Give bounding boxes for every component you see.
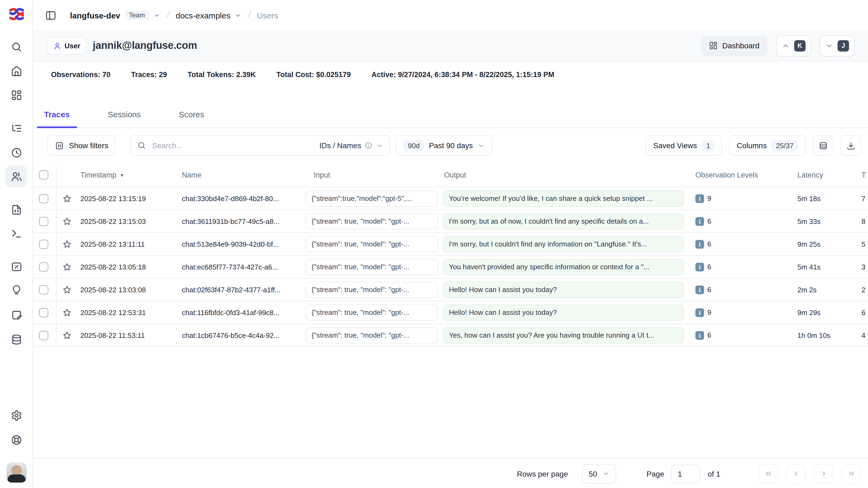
trace-name[interactable]: chat:1cb67476-b5ce-4c4a-92... (182, 331, 280, 339)
table-row[interactable]: 2025-08-22 11:53:11 chat:1cb67476-b5ce-4… (33, 324, 868, 347)
sidebar-item-prompts[interactable] (5, 199, 27, 220)
sidebar-item-tracing[interactable] (5, 117, 27, 139)
chevron-down-icon[interactable] (153, 12, 160, 19)
trace-output[interactable]: Hello! How can I assist you today? (443, 281, 684, 298)
search-scope-dropdown[interactable]: IDs / Names (319, 141, 383, 150)
table-row[interactable]: 2025-08-22 13:05:18 chat:ec685f77-7374-4… (33, 256, 868, 278)
chevron-down-icon (825, 41, 833, 50)
trace-output[interactable]: You haven't provided any specific inform… (443, 258, 684, 275)
column-header-output[interactable]: Output (444, 171, 466, 179)
trace-input[interactable]: {"stream": true, "model": "gpt-... (306, 213, 438, 230)
table-row[interactable]: 2025-08-22 13:03:08 chat:02f63f47-87b2-4… (33, 278, 868, 301)
show-filters-button[interactable]: Show filters (47, 135, 116, 156)
column-header-tokens-clipped[interactable]: T (862, 171, 866, 179)
trace-output[interactable]: Hello! How can I assist you today? (443, 304, 684, 321)
prev-user-button[interactable]: K (776, 35, 811, 56)
columns-button[interactable]: Columns 25/37 (729, 135, 806, 156)
star-icon[interactable] (62, 262, 72, 271)
trace-output[interactable]: I'm sorry, but as of now, I couldn't fin… (443, 213, 684, 230)
previous-page-button[interactable] (786, 464, 806, 483)
sidebar-item-datasets[interactable] (5, 328, 27, 350)
row-checkbox[interactable] (39, 285, 48, 294)
trace-name[interactable]: chat:3611931b-bc77-49c5-a8... (182, 217, 279, 225)
trace-input[interactable]: {"stream": true, "model": "gpt-... (306, 281, 438, 298)
column-header-input[interactable]: Input (314, 171, 330, 179)
sidebar-item-settings[interactable] (5, 404, 27, 426)
select-all-checkbox[interactable] (39, 170, 48, 179)
star-icon[interactable] (62, 308, 72, 317)
trace-input[interactable]: {"stream": true, "model": "gpt-... (306, 258, 438, 275)
sidebar-item-support[interactable] (5, 429, 27, 451)
sidebar-item-users[interactable] (5, 165, 27, 187)
rows-per-page-select[interactable]: 50 (582, 464, 616, 483)
row-checkbox[interactable] (39, 217, 48, 226)
saved-views-button[interactable]: Saved Views 1 (646, 135, 722, 156)
sidebar-item-dashboards[interactable] (5, 84, 27, 106)
user-avatar[interactable] (6, 462, 27, 483)
star-icon[interactable] (62, 331, 72, 340)
chevrons-left-icon (764, 469, 772, 478)
star-icon[interactable] (62, 194, 72, 203)
trace-output[interactable]: You’re welcome! If you’d like, I can sha… (443, 190, 684, 207)
next-user-button[interactable]: J (820, 35, 855, 56)
trace-name[interactable]: chat:330bd4e7-d869-4b2f-80... (182, 194, 279, 203)
sidebar-item-insights[interactable] (5, 279, 27, 301)
langfuse-logo-icon[interactable] (9, 8, 24, 21)
star-icon[interactable] (62, 285, 72, 294)
sidebar-toggle-icon[interactable] (41, 6, 60, 24)
trace-input[interactable]: {"stream": true, "model": "gpt-... (306, 327, 438, 343)
keyboard-shortcut-j: J (838, 40, 849, 51)
column-header-latency[interactable]: Latency (798, 171, 823, 179)
trace-input[interactable]: {"stream": true, "model": "gpt-... (306, 304, 438, 321)
sidebar-item-sessions[interactable] (5, 142, 27, 163)
trace-input[interactable]: {"stream":true,"model":"gpt-5",... (306, 190, 438, 207)
trace-tokens-clipped: 5 (862, 240, 865, 248)
row-checkbox[interactable] (39, 239, 48, 249)
search-box[interactable]: IDs / Names (130, 135, 391, 156)
breadcrumb-project[interactable]: docs-examples (176, 10, 230, 20)
sidebar-item-home[interactable] (5, 60, 27, 82)
last-page-button[interactable] (841, 464, 861, 483)
entity-type-pill: User (47, 37, 86, 54)
column-header-timestamp[interactable]: Timestamp▼ (80, 171, 124, 179)
row-checkbox[interactable] (39, 262, 48, 271)
sidebar-item-playground[interactable] (5, 222, 27, 244)
sort-desc-icon: ▼ (120, 172, 125, 178)
table-row[interactable]: 2025-08-22 13:15:03 chat:3611931b-bc77-4… (33, 210, 868, 233)
table-row[interactable]: 2025-08-22 13:11:11 chat:513e84e9-9039-4… (33, 233, 868, 256)
row-checkbox[interactable] (39, 194, 48, 203)
export-button[interactable] (840, 135, 861, 156)
column-header-name[interactable]: Name (182, 171, 202, 179)
sidebar-item-search[interactable] (5, 36, 27, 58)
trace-name[interactable]: chat:116fbfdc-0fd3-41af-99c8... (182, 308, 279, 316)
table-body: 2025-08-22 13:15:19 chat:330bd4e7-d869-4… (33, 187, 868, 347)
trace-input[interactable]: {"stream": true, "model": "gpt-... (306, 236, 438, 252)
trace-output[interactable]: I'm sorry, but I couldn't find any infor… (443, 236, 684, 252)
column-header-observation-levels[interactable]: Observation Levels (695, 171, 758, 179)
date-range-button[interactable]: 90d Past 90 days (396, 135, 492, 156)
tab-scores[interactable]: Scores (172, 101, 211, 128)
table-row[interactable]: 2025-08-22 12:53:31 chat:116fbfdc-0fd3-4… (33, 301, 868, 324)
trace-name[interactable]: chat:02f63f47-87b2-4377-a1ff... (182, 285, 281, 294)
dashboard-button[interactable]: Dashboard (701, 35, 768, 56)
tab-sessions[interactable]: Sessions (101, 101, 148, 128)
trace-latency: 9m 25s (798, 240, 820, 248)
row-height-button[interactable] (813, 135, 833, 156)
trace-output[interactable]: Yes, how can I assist you? Are you havin… (443, 327, 684, 343)
sidebar-item-evaluation[interactable] (5, 256, 27, 277)
table-row[interactable]: 2025-08-22 13:15:19 chat:330bd4e7-d869-4… (33, 187, 868, 210)
breadcrumb-org[interactable]: langfuse-dev (70, 10, 120, 20)
first-page-button[interactable] (758, 464, 778, 483)
trace-name[interactable]: chat:513e84e9-9039-42d0-bf... (182, 240, 279, 248)
trace-name[interactable]: chat:ec685f77-7374-427c-a6... (182, 263, 278, 271)
tab-traces[interactable]: Traces (37, 101, 77, 128)
row-checkbox[interactable] (39, 331, 48, 340)
star-icon[interactable] (62, 239, 72, 249)
star-icon[interactable] (62, 217, 72, 226)
next-page-button[interactable] (814, 464, 833, 483)
search-input[interactable] (151, 141, 319, 150)
chevron-down-icon[interactable] (234, 12, 241, 19)
page-input[interactable] (671, 464, 700, 483)
sidebar-item-annotation[interactable] (5, 304, 27, 326)
row-checkbox[interactable] (39, 308, 48, 317)
